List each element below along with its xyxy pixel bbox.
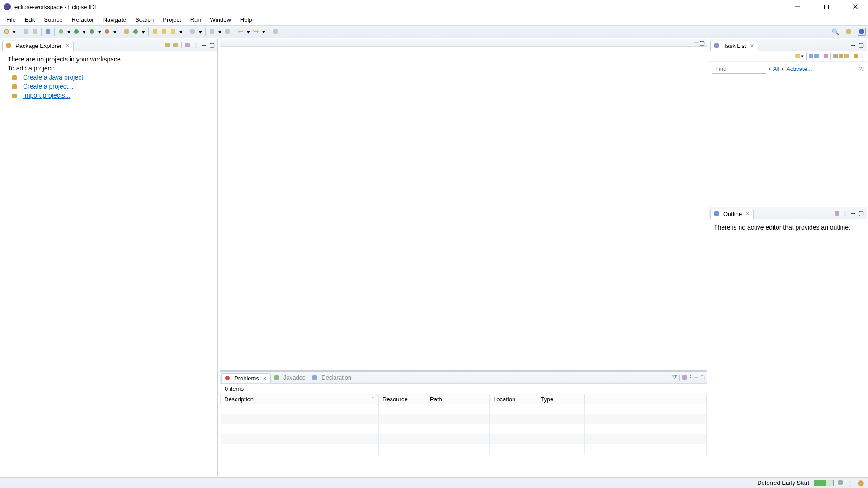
scheduled-button[interactable]: [814, 53, 819, 60]
link-editor-button[interactable]: [172, 42, 179, 49]
updates-icon[interactable]: ⬤: [858, 479, 864, 486]
close-tab-icon[interactable]: ✕: [750, 43, 754, 49]
editor-maximize-button[interactable]: ▢: [699, 39, 705, 46]
help-icon[interactable]: ?⃝: [859, 66, 864, 72]
col-resource[interactable]: Resource: [379, 394, 426, 404]
focus-task-button[interactable]: [833, 210, 840, 217]
hide-completed-button[interactable]: [833, 53, 838, 60]
save-all-button[interactable]: [31, 28, 39, 36]
minimize-view-button[interactable]: ─: [694, 374, 698, 381]
tip-of-day-icon[interactable]: ⋮: [847, 479, 853, 486]
open-type-button[interactable]: [151, 28, 159, 36]
external-tools-button[interactable]: [103, 28, 111, 36]
col-description[interactable]: Description⌃: [221, 394, 379, 404]
debug-dropdown[interactable]: ▾: [66, 28, 71, 36]
outline-tab[interactable]: Outline ✕: [710, 209, 754, 219]
new-task-button[interactable]: [795, 53, 800, 60]
gc-button-icon[interactable]: [838, 479, 843, 486]
close-tab-icon[interactable]: ✕: [745, 211, 750, 217]
menu-source[interactable]: Source: [39, 14, 67, 25]
minimize-button[interactable]: [788, 0, 807, 13]
javadoc-tab[interactable]: Javadoc: [271, 373, 309, 382]
task-list-tab[interactable]: Task List ✕: [710, 41, 758, 51]
run-button[interactable]: [72, 28, 80, 36]
menu-file[interactable]: File: [2, 14, 20, 25]
coverage-dropdown[interactable]: ▾: [97, 28, 102, 36]
close-tab-icon[interactable]: ✕: [263, 375, 267, 381]
create-java-project-link[interactable]: Create a Java project: [23, 74, 83, 81]
close-tab-icon[interactable]: ✕: [66, 43, 70, 49]
maximize-view-button[interactable]: ▢: [858, 42, 865, 49]
minimize-view-button[interactable]: ─: [849, 210, 857, 217]
minimize-view-button[interactable]: ─: [200, 42, 208, 49]
new-package-button[interactable]: [123, 28, 131, 36]
focus-task-button[interactable]: [184, 42, 191, 49]
close-button[interactable]: [846, 0, 864, 13]
filter-button[interactable]: ⧩: [672, 374, 677, 381]
synchronize-button[interactable]: [839, 53, 843, 60]
next-annotation-dropdown[interactable]: ▾: [217, 28, 222, 36]
problems-table[interactable]: Description⌃ Resource Path Location Type: [220, 394, 707, 476]
col-location[interactable]: Location: [490, 394, 537, 404]
task-ui-legend-button[interactable]: [854, 53, 858, 60]
menu-project[interactable]: Project: [158, 14, 185, 25]
search-dropdown[interactable]: ▾: [178, 28, 184, 36]
open-task-button[interactable]: [160, 28, 168, 36]
menu-run[interactable]: Run: [186, 14, 206, 25]
col-path[interactable]: Path: [426, 394, 490, 404]
focus-workweek-button[interactable]: [824, 53, 828, 60]
menu-help[interactable]: Help: [236, 14, 257, 25]
toggle-breadcrumb-button[interactable]: [189, 28, 197, 36]
editor-minimize-button[interactable]: ─: [694, 39, 698, 46]
debug-button[interactable]: [57, 28, 65, 36]
toggle-breadcrumb-dropdown[interactable]: ▾: [198, 28, 203, 36]
back-dropdown[interactable]: ▾: [245, 28, 251, 36]
new-task-dropdown[interactable]: ▾: [801, 53, 804, 60]
declaration-tab[interactable]: Declaration: [309, 373, 355, 382]
find-input[interactable]: [712, 64, 766, 74]
collapse-all-button[interactable]: [164, 42, 171, 49]
maximize-view-button[interactable]: ▢: [208, 42, 216, 49]
java-perspective-button[interactable]: [858, 28, 866, 36]
quick-access-search-icon[interactable]: 🔍: [831, 28, 840, 36]
next-annotation-button[interactable]: [208, 28, 216, 36]
menu-edit[interactable]: Edit: [20, 14, 39, 25]
forward-dropdown[interactable]: ▾: [261, 28, 266, 36]
maximize-button[interactable]: [817, 0, 835, 13]
maximize-view-button[interactable]: ▢: [699, 374, 705, 381]
create-project-link[interactable]: Create a project...: [23, 83, 73, 90]
focus-task-button[interactable]: [682, 374, 687, 381]
prev-annotation-button[interactable]: [223, 28, 231, 36]
new-class-button[interactable]: [132, 28, 140, 36]
external-tools-dropdown[interactable]: ▾: [112, 28, 118, 36]
coverage-button[interactable]: [88, 28, 96, 36]
col-type[interactable]: Type: [537, 394, 585, 404]
view-menu-button[interactable]: ⋮: [841, 210, 849, 217]
categorize-button[interactable]: [809, 53, 813, 60]
open-perspective-button[interactable]: [844, 28, 853, 36]
heap-status-indicator[interactable]: [814, 480, 834, 486]
save-button[interactable]: [22, 28, 30, 36]
problems-tab[interactable]: Problems ✕: [221, 373, 271, 383]
new-class-dropdown[interactable]: ▾: [141, 28, 146, 36]
pin-editor-button[interactable]: [271, 28, 279, 36]
import-projects-link[interactable]: Import projects...: [23, 92, 70, 99]
view-menu-button[interactable]: ⋮: [859, 53, 865, 60]
package-explorer-tab[interactable]: Package Explorer ✕: [2, 41, 74, 51]
minimize-view-button[interactable]: ─: [849, 42, 857, 49]
collapse-all-button[interactable]: [844, 53, 849, 60]
menu-navigate[interactable]: Navigate: [99, 14, 131, 25]
menu-search[interactable]: Search: [131, 14, 158, 25]
menu-window[interactable]: Window: [206, 14, 236, 25]
activate-link[interactable]: ▸Activate...: [782, 66, 812, 72]
back-button[interactable]: ⮨: [236, 28, 245, 36]
run-dropdown[interactable]: ▾: [81, 28, 87, 36]
all-filter-link[interactable]: ▸All: [769, 66, 779, 72]
forward-button[interactable]: ⮩: [252, 28, 260, 36]
search-button[interactable]: [169, 28, 177, 36]
menu-refactor[interactable]: Refactor: [67, 14, 99, 25]
cursor-icon[interactable]: [44, 28, 52, 36]
view-menu-button[interactable]: ⋮: [688, 374, 693, 381]
new-dropdown[interactable]: ▾: [11, 28, 17, 36]
view-menu-button[interactable]: ⋮: [192, 42, 199, 49]
